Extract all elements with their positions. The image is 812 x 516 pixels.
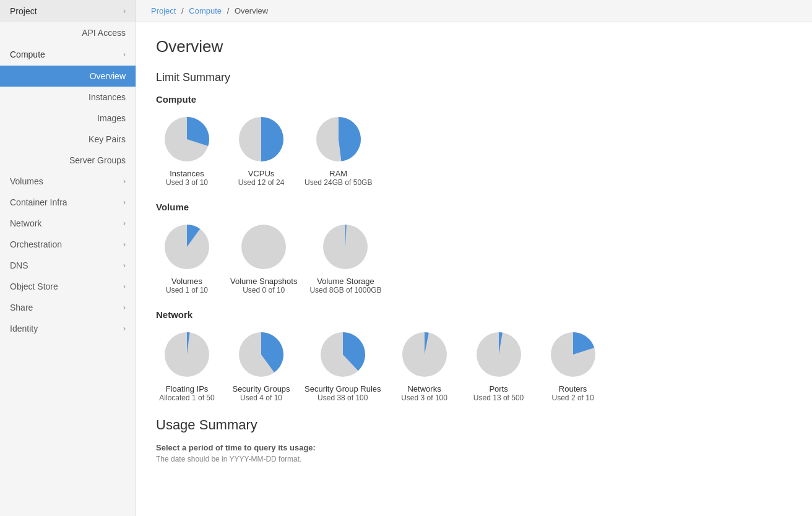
chart-sublabel: Used 8GB of 1000GB (309, 286, 381, 295)
sidebar-item-share[interactable]: Share › (0, 297, 136, 318)
volume-charts-row: VolumesUsed 1 of 10 Volume SnapshotsUsed… (156, 222, 792, 295)
volume-section-label: Volume (156, 202, 792, 212)
chart-sublabel: Used 12 of 24 (238, 178, 285, 187)
network-section-label: Network (156, 309, 792, 320)
chevron-down-icon-compute: › (123, 50, 126, 59)
chart-label: VCPUs (248, 169, 275, 178)
usage-summary-title: Usage Summary (156, 417, 792, 433)
chart-item-routers: RoutersUsed 2 of 10 (542, 330, 604, 402)
chart-label: Security Groups (232, 384, 290, 393)
chart-item-vcpus: VCPUsUsed 12 of 24 (230, 114, 292, 187)
sidebar-compute-label: Compute (10, 49, 45, 59)
page-title: Overview (156, 37, 792, 56)
chart-label: Floating IPs (166, 384, 209, 393)
page-content: Overview Limit Summary Compute Instances… (136, 22, 812, 478)
breadcrumb-overview: Overview (235, 6, 268, 15)
chart-label: Volume Snapshots (230, 277, 297, 286)
chevron-right-icon-dns: › (123, 261, 126, 270)
chart-item-ram: RAMUsed 24GB of 50GB (304, 114, 372, 187)
sidebar-item-overview[interactable]: Overview (0, 66, 136, 87)
chevron-right-icon-object-store: › (123, 282, 126, 291)
chevron-right-icon-container: › (123, 198, 126, 207)
chart-label: Volume Storage (317, 277, 374, 286)
chevron-right-icon-identity: › (123, 324, 126, 333)
chevron-right-icon-network: › (123, 219, 126, 228)
breadcrumb: Project / Compute / Overview (136, 0, 812, 22)
sidebar-item-network[interactable]: Network › (0, 213, 136, 234)
breadcrumb-compute[interactable]: Compute (189, 6, 222, 15)
usage-query-label: Select a period of time to query its usa… (156, 443, 792, 452)
usage-summary-section: Usage Summary Select a period of time to… (156, 417, 792, 463)
sidebar-compute-header[interactable]: Compute › (0, 43, 136, 66)
chevron-right-icon-share: › (123, 303, 126, 312)
chart-item-ports: PortsUsed 13 of 500 (468, 330, 530, 402)
chevron-down-icon: › (123, 7, 126, 15)
chart-item-floating-ips: Floating IPsAllocated 1 of 50 (156, 330, 218, 402)
sidebar-item-instances[interactable]: Instances (0, 87, 136, 108)
usage-date-hint: The date should be in YYYY-MM-DD format. (156, 455, 792, 463)
sidebar-project-header[interactable]: Project › (0, 0, 136, 22)
chart-label: Volumes (171, 277, 202, 286)
breadcrumb-project[interactable]: Project (151, 6, 176, 15)
chart-sublabel: Allocated 1 of 50 (159, 393, 214, 402)
compute-charts-row: InstancesUsed 3 of 10 VCPUsUsed 12 of 24… (156, 114, 792, 187)
sidebar-item-api-access[interactable]: API Access (0, 22, 136, 43)
chart-sublabel: Used 38 of 100 (317, 393, 368, 402)
chart-sublabel: Used 3 of 100 (401, 393, 447, 402)
sidebar-item-container-infra[interactable]: Container Infra › (0, 192, 136, 213)
chart-sublabel: Used 24GB of 50GB (304, 178, 372, 187)
chart-sublabel: Used 2 of 10 (552, 393, 594, 402)
sidebar-item-dns[interactable]: DNS › (0, 255, 136, 276)
chart-label: Security Group Rules (304, 384, 381, 393)
chart-label: Instances (170, 169, 204, 178)
sidebar-item-object-store[interactable]: Object Store › (0, 276, 136, 297)
chart-sublabel: Used 13 of 500 (473, 393, 524, 402)
svg-point-4 (241, 225, 286, 269)
chart-item-security-groups: Security GroupsUsed 4 of 10 (230, 330, 292, 402)
sidebar-item-volumes[interactable]: Volumes › (0, 171, 136, 192)
chart-label: Routers (559, 384, 587, 393)
chart-sublabel: Used 1 of 10 (166, 286, 208, 295)
chart-sublabel: Used 0 of 10 (243, 286, 285, 295)
sidebar-item-key-pairs[interactable]: Key Pairs (0, 129, 136, 150)
chart-item-security-group-rules: Security Group RulesUsed 38 of 100 (304, 330, 381, 402)
chart-sublabel: Used 3 of 10 (166, 178, 208, 187)
sidebar-item-server-groups[interactable]: Server Groups (0, 150, 136, 171)
sidebar: Project › API Access Compute › Overview … (0, 0, 136, 516)
chart-item-instances: InstancesUsed 3 of 10 (156, 114, 218, 187)
chart-label: Networks (407, 384, 441, 393)
chevron-right-icon-orchestration: › (123, 240, 126, 249)
limit-summary-title: Limit Summary (156, 71, 792, 84)
sidebar-item-images[interactable]: Images (0, 108, 136, 129)
chart-sublabel: Used 4 of 10 (240, 393, 282, 402)
chart-item-volume-storage: Volume StorageUsed 8GB of 1000GB (309, 222, 381, 295)
chart-label: RAM (329, 169, 347, 178)
chart-item-volume-snapshots: Volume SnapshotsUsed 0 of 10 (230, 222, 297, 295)
chart-item-networks: NetworksUsed 3 of 100 (394, 330, 456, 402)
sidebar-project-label: Project (10, 6, 37, 16)
chart-item-volumes: VolumesUsed 1 of 10 (156, 222, 218, 295)
chart-label: Ports (489, 384, 508, 393)
main-content: Project / Compute / Overview Overview Li… (136, 0, 812, 516)
compute-section-label: Compute (156, 94, 792, 105)
chevron-right-icon-volumes: › (123, 177, 126, 186)
sidebar-item-identity[interactable]: Identity › (0, 318, 136, 339)
sidebar-item-orchestration[interactable]: Orchestration › (0, 234, 136, 255)
network-charts-row: Floating IPsAllocated 1 of 50 Security G… (156, 330, 792, 402)
